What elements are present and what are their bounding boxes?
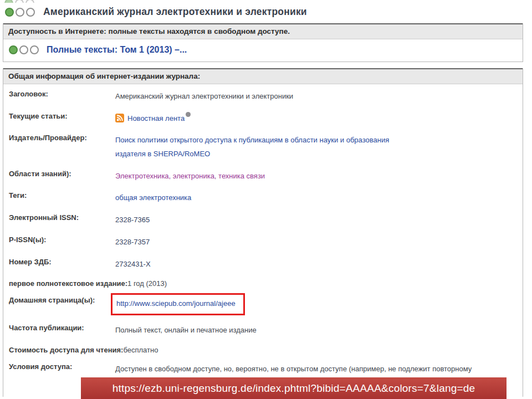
row-value: 2328-7365 <box>115 212 150 227</box>
row-value: 2328-7357 <box>115 234 150 249</box>
fulltext-volumes-link[interactable]: Полные тексты: Том 1 (2013) –... <box>47 45 187 55</box>
table-row-title: Заголовок: Американский журнал электроте… <box>3 85 523 108</box>
rss-feed-icon[interactable] <box>115 114 124 122</box>
row-label: Электронный ISSN: <box>9 213 115 222</box>
row-value: 2732431-X <box>115 256 151 272</box>
cropped-traffic-light-icon <box>4 0 49 3</box>
tag-link[interactable]: общая электротехника <box>115 193 191 202</box>
row-value: общая электротехника <box>115 190 191 205</box>
journal-title-row: Американский журнал электротехники и эле… <box>0 0 532 18</box>
page-title: Американский журнал электротехники и эле… <box>43 6 307 18</box>
info-table: Заголовок: Американский журнал электроте… <box>3 84 523 397</box>
news-feed-link[interactable]: Новостная лента <box>127 114 185 122</box>
row-label: Издатель/Провайдер: <box>9 134 115 142</box>
table-row-frequency: Частота публикации: Полный текст, онлайн… <box>3 319 523 341</box>
row-label: Теги: <box>9 191 115 200</box>
info-icon[interactable] <box>186 112 191 117</box>
availability-header: Доступность в Интернете: полные тексты н… <box>3 23 523 39</box>
availability-body: Полные тексты: Том 1 (2013) –... <box>3 39 523 62</box>
annotation-highlight-box: http://www.sciepub.com/journal/ajeee <box>111 293 245 315</box>
table-row-zdb-number: Номер ЗДБ: 2732431-X <box>3 253 523 275</box>
row-value: Новостная лента <box>115 110 191 126</box>
table-row-homepage: Домашняя страница(ы): http://www.sciepub… <box>3 291 523 319</box>
row-label: Текущие статьи: <box>9 112 115 120</box>
row-label: Стоимость доступа для чтения: <box>9 346 123 354</box>
row-value: 1 год (2013) <box>127 279 167 288</box>
homepage-link[interactable]: http://www.sciepub.com/journal/ajeee <box>116 299 236 308</box>
row-label: Номер ЗДБ: <box>9 258 115 266</box>
table-row-eissn: Электронный ISSN: 2328-7365 <box>3 209 523 231</box>
row-value: Электротехника, электроника, техника свя… <box>115 168 265 183</box>
info-panel: Общая информация об интернет-издании жур… <box>3 68 523 397</box>
row-label: Заголовок: <box>9 90 115 98</box>
row-value: Американский журнал электротехники и эле… <box>115 88 293 104</box>
yellow-light-icon <box>19 45 28 54</box>
row-value: http://www.sciepub.com/journal/ajeee <box>115 294 245 315</box>
footer-url-text: https://ezb.uni-regensburg.de/index.phtm… <box>112 382 475 395</box>
ezb-journal-detail-page: Американский журнал электротехники и эле… <box>0 0 532 399</box>
row-label: Частота публикации: <box>9 324 115 332</box>
red-light-icon <box>25 0 34 3</box>
availability-panel: Доступность в Интернете: полные тексты н… <box>3 23 523 62</box>
traffic-light-icon <box>9 45 40 54</box>
green-light-icon <box>4 0 13 3</box>
row-label: Условия доступа: <box>9 362 115 371</box>
green-light-icon <box>5 8 14 17</box>
info-panel-header: Общая информация об интернет-издании жур… <box>3 68 523 84</box>
table-row-first-fulltext: первое полнотекстовое издание:1 год (201… <box>3 275 523 291</box>
row-label: P-ISSN(ы): <box>9 236 115 244</box>
red-light-icon <box>26 8 35 17</box>
yellow-light-icon <box>16 8 24 17</box>
table-row-subjects: Области знаний): Электротехника, электро… <box>3 165 523 187</box>
table-row-reading-cost: Стоимость доступа для чтения:бесплатно <box>3 341 523 358</box>
red-light-icon <box>30 45 39 54</box>
table-row-current-articles: Текущие статьи: Новостная лента <box>3 108 523 130</box>
table-row-publisher: Издатель/Провайдер: Поиск политики откры… <box>3 129 523 165</box>
row-value: Поиск политики открытого доступа к публи… <box>115 132 395 161</box>
table-row-pissn: P-ISSN(ы): 2328-7357 <box>3 231 523 253</box>
traffic-light-icon <box>5 8 37 17</box>
row-label: Домашняя страница(ы): <box>9 296 115 304</box>
row-label: первое полнотекстовое издание: <box>9 279 127 288</box>
row-value: Полный текст, онлайн и печатное издание <box>115 322 257 337</box>
yellow-light-icon <box>15 0 24 3</box>
sherpa-romeo-link[interactable]: Поиск политики открытого доступа к публи… <box>115 136 389 158</box>
green-light-icon <box>9 45 18 54</box>
row-label: Области знаний): <box>9 170 115 178</box>
subject-link[interactable]: Электротехника, электроника, техника свя… <box>115 172 265 180</box>
row-value: бесплатно <box>123 346 158 354</box>
table-row-tags: Теги: общая электротехника <box>3 187 523 209</box>
footer-url-bar: https://ezb.uni-regensburg.de/index.phtm… <box>81 377 507 399</box>
